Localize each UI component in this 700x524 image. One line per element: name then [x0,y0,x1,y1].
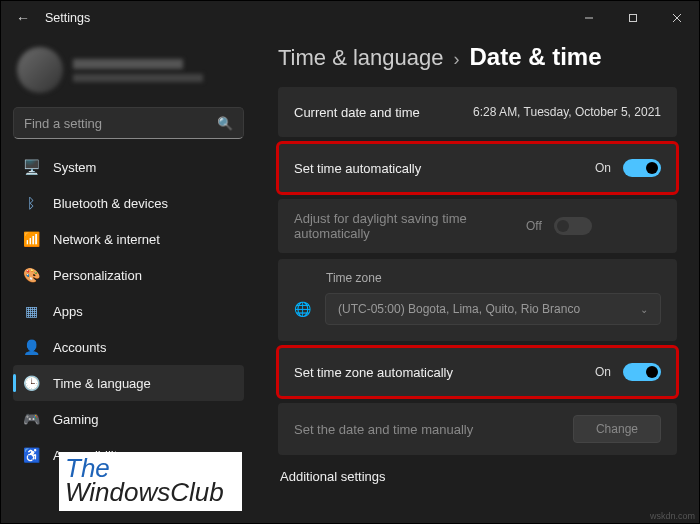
dst-auto-label: Adjust for daylight saving time automati… [294,211,514,241]
sidebar: 🔍 🖥️SystemᛒBluetooth & devices📶Network &… [1,35,256,523]
sidebar-item-label: Personalization [53,268,142,283]
nav-icon: 🎨 [23,267,39,283]
nav-icon: 🎮 [23,411,39,427]
watermark: The WindowsClub [59,452,242,511]
breadcrumb: Time & language › Date & time [278,43,677,71]
svg-rect-1 [630,15,637,22]
nav-icon: ᛒ [23,195,39,211]
row-time-zone: Time zone 🌐 (UTC-05:00) Bogota, Lima, Qu… [278,259,677,341]
profile-block[interactable] [13,39,244,107]
title-bar: ← Settings [1,1,699,35]
sidebar-item-apps[interactable]: ▦Apps [13,293,244,329]
set-zone-auto-label: Set time zone automatically [294,365,583,380]
dst-auto-toggle [554,217,592,235]
minimize-button[interactable] [567,1,611,35]
source-mark: wskdn.com [650,511,695,521]
back-button[interactable]: ← [11,10,35,26]
additional-settings-title: Additional settings [280,469,677,484]
current-datetime-value: 6:28 AM, Tuesday, October 5, 2021 [473,105,661,119]
manual-time-label: Set the date and time manually [294,422,561,437]
sidebar-item-bluetooth-devices[interactable]: ᛒBluetooth & devices [13,185,244,221]
sidebar-item-gaming[interactable]: 🎮Gaming [13,401,244,437]
breadcrumb-parent[interactable]: Time & language [278,45,444,71]
chevron-right-icon: › [454,49,460,70]
search-box[interactable]: 🔍 [13,107,244,139]
avatar [17,47,63,93]
sidebar-item-personalization[interactable]: 🎨Personalization [13,257,244,293]
sidebar-item-label: Time & language [53,376,151,391]
profile-email [73,74,203,82]
search-input[interactable] [24,116,217,131]
sidebar-item-label: Network & internet [53,232,160,247]
close-button[interactable] [655,1,699,35]
set-time-auto-toggle[interactable] [623,159,661,177]
time-zone-value: (UTC-05:00) Bogota, Lima, Quito, Rio Bra… [338,302,580,316]
sidebar-item-label: System [53,160,96,175]
main-content: Time & language › Date & time Current da… [256,35,699,523]
set-zone-auto-toggle[interactable] [623,363,661,381]
sidebar-item-network-internet[interactable]: 📶Network & internet [13,221,244,257]
nav-icon: 👤 [23,339,39,355]
sidebar-item-label: Accounts [53,340,106,355]
row-set-time-auto[interactable]: Set time automatically On [278,143,677,193]
row-dst-auto: Adjust for daylight saving time automati… [278,199,677,253]
nav-icon: 📶 [23,231,39,247]
sidebar-item-accounts[interactable]: 👤Accounts [13,329,244,365]
set-time-auto-label: Set time automatically [294,161,583,176]
nav-icon: ♿ [23,447,39,463]
sidebar-item-time-language[interactable]: 🕒Time & language [13,365,244,401]
nav-icon: 🕒 [23,375,39,391]
maximize-button[interactable] [611,1,655,35]
row-current-datetime: Current date and time 6:28 AM, Tuesday, … [278,87,677,137]
sidebar-item-label: Bluetooth & devices [53,196,168,211]
set-zone-auto-state: On [595,365,611,379]
time-zone-label: Time zone [294,271,661,285]
profile-name [73,59,183,69]
change-button[interactable]: Change [573,415,661,443]
sidebar-item-label: Apps [53,304,83,319]
set-time-auto-state: On [595,161,611,175]
row-manual-time: Set the date and time manually Change [278,403,677,455]
sidebar-item-system[interactable]: 🖥️System [13,149,244,185]
dst-auto-state: Off [526,219,542,233]
nav-icon: ▦ [23,303,39,319]
window-title: Settings [45,11,90,25]
page-title: Date & time [470,43,602,71]
chevron-down-icon: ⌄ [640,304,648,315]
current-datetime-label: Current date and time [294,105,461,120]
row-set-zone-auto[interactable]: Set time zone automatically On [278,347,677,397]
nav-icon: 🖥️ [23,159,39,175]
sidebar-item-label: Gaming [53,412,99,427]
globe-icon: 🌐 [294,301,311,317]
time-zone-dropdown[interactable]: (UTC-05:00) Bogota, Lima, Quito, Rio Bra… [325,293,661,325]
search-icon: 🔍 [217,116,233,131]
